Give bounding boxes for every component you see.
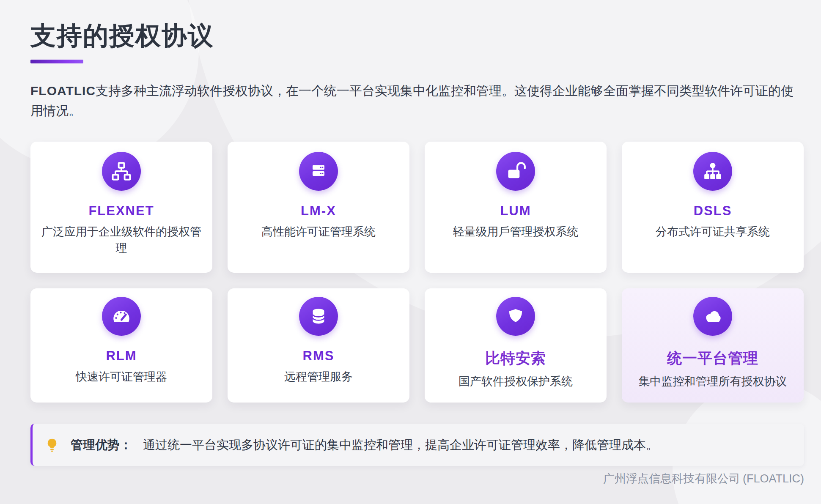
footer-brand: (FLOATLIC) [743, 472, 804, 485]
card-desc: 轻量级用戶管理授权系统 [435, 224, 596, 240]
card-desc: 快速许可证管理器 [41, 369, 202, 385]
shield-icon [496, 297, 535, 336]
note-body: 通过统一平台实现多协议许可证的集中监控和管理，提高企业许可证管理效率，降低管理成… [143, 438, 658, 452]
card-title: 比特安索 [435, 348, 596, 368]
card-rms: RMS 远程管理服务 [228, 288, 409, 403]
card-title: LM-X [238, 203, 399, 219]
card-rlm: RLM 快速许可证管理器 [30, 288, 212, 403]
protocol-card-grid: FLEXNET 广泛应用于企业级软件的授权管理 LM-X 高性能许可证管理系统 [30, 142, 804, 403]
server-icon [299, 152, 338, 191]
slide: 支持的授权协议 FLOATLIC支持多种主流浮动软件授权协议，在一个统一平台实现… [0, 0, 821, 504]
card-title: LUM [435, 203, 596, 219]
database-icon [299, 297, 338, 336]
lightbulb-icon [44, 437, 60, 452]
intro-text: 支持多种主流浮动软件授权协议，在一个统一平台实现集中化监控和管理。这使得企业能够… [30, 84, 794, 118]
card-title: RLM [41, 348, 202, 364]
card-title: DSLS [632, 203, 794, 219]
footer-company: 广州浮点信息科技有限公司 [603, 472, 740, 485]
title-underline [30, 60, 83, 63]
intro-paragraph: FLOATLIC支持多种主流浮动软件授权协议，在一个统一平台实现集中化监控和管理… [30, 81, 804, 121]
card-title: RMS [238, 348, 399, 364]
card-desc: 分布式许可证共享系统 [632, 224, 794, 240]
note-label: 管理优势： [71, 438, 132, 452]
card-desc: 集中监控和管理所有授权协议 [632, 373, 794, 390]
advantage-note: 管理优势：通过统一平台实现多协议许可证的集中监控和管理，提高企业许可证管理效率，… [30, 424, 804, 466]
network-tree-icon [693, 152, 732, 191]
card-title: FLEXNET [41, 203, 202, 219]
card-dsls: DSLS 分布式许可证共享系统 [622, 142, 804, 273]
card-lmx: LM-X 高性能许可证管理系统 [228, 142, 409, 273]
card-desc: 高性能许可证管理系统 [238, 224, 399, 240]
card-desc: 远程管理服务 [238, 369, 399, 385]
card-unified-platform: 统一平台管理 集中监控和管理所有授权协议 [622, 288, 804, 403]
card-bitanso: 比特安索 国产软件授权保护系统 [425, 288, 607, 403]
tachometer-icon [102, 297, 141, 336]
card-lum: LUM 轻量级用戶管理授权系统 [425, 142, 607, 273]
footer: 广州浮点信息科技有限公司(FLOATLIC) [30, 471, 804, 486]
lock-open-icon [496, 152, 535, 191]
card-flexnet: FLEXNET 广泛应用于企业级软件的授权管理 [30, 142, 212, 273]
brand-name: FLOATLIC [30, 84, 96, 98]
cloud-icon [693, 297, 732, 336]
sitemap-icon [102, 152, 141, 191]
note-text-wrap: 管理优势：通过统一平台实现多协议许可证的集中监控和管理，提高企业许可证管理效率，… [71, 436, 658, 454]
card-desc: 广泛应用于企业级软件的授权管理 [41, 224, 202, 257]
card-title: 统一平台管理 [632, 348, 794, 368]
card-desc: 国产软件授权保护系统 [435, 373, 596, 390]
page-title: 支持的授权协议 [30, 22, 804, 50]
